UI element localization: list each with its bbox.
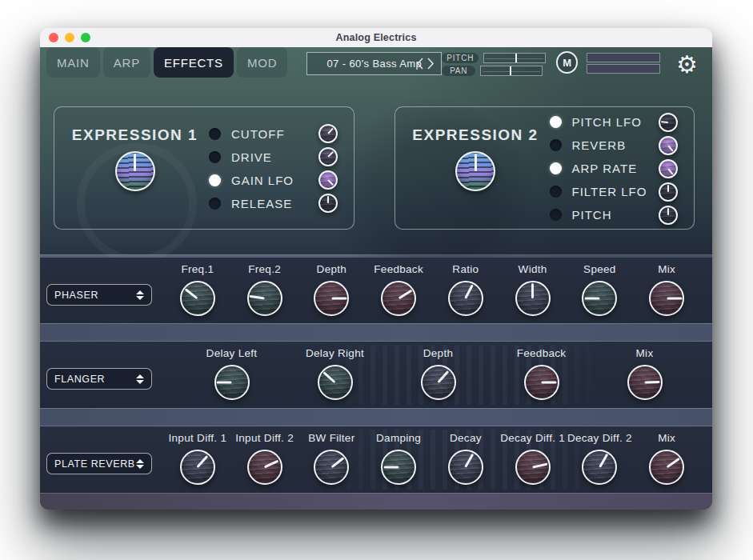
select-updown-icon xyxy=(136,459,144,469)
target-radio-reverb[interactable] xyxy=(550,139,562,151)
footer-strip xyxy=(40,493,712,510)
knob-damping[interactable] xyxy=(381,450,416,485)
effect-knob-cell: Depth xyxy=(298,258,366,323)
effect-knob-cell: Feedback xyxy=(490,342,593,408)
expression-target-row: PITCH xyxy=(550,206,680,224)
knob-bw-filter[interactable] xyxy=(314,450,349,485)
expression-target-row: ARP RATE xyxy=(550,159,680,178)
knob-speed[interactable] xyxy=(582,281,617,316)
expression-1-panel: EXPRESSION 1 CUTOFF DRIVE GAIN LFO RELEA… xyxy=(54,106,354,230)
effect-knob-cell: Feedback xyxy=(365,258,432,323)
expression-1-title: EXPRESSION 1 xyxy=(72,126,198,144)
effect-knob-cell: BW Filter xyxy=(298,426,366,493)
preset-next-icon[interactable] xyxy=(427,57,435,70)
mini-knob-filter-lfo[interactable] xyxy=(659,182,678,202)
effect-knob-cell: Depth xyxy=(387,342,490,408)
effect-knob-cell: Width xyxy=(499,258,567,323)
flanger-row: FLANGER Delay Left Delay Right Depth Fee… xyxy=(40,342,712,408)
meter-bottom xyxy=(587,64,660,74)
effect-knob-cell: Ratio xyxy=(432,258,499,323)
titlebar: Analog Electrics xyxy=(40,28,712,47)
knob-mix[interactable] xyxy=(649,450,684,485)
expression-2-knob[interactable] xyxy=(455,151,495,191)
effect-knob-cell: Input Diff. 2 xyxy=(231,426,298,493)
effect-knob-label: Input Diff. 1 xyxy=(169,432,227,446)
effect-knob-label: Mix xyxy=(636,347,654,361)
effect-knob-cell: Speed xyxy=(567,258,634,323)
pan-slider-thumb[interactable] xyxy=(510,66,511,75)
mini-knob-pitch[interactable] xyxy=(659,206,678,225)
meter-top xyxy=(587,53,660,62)
phaser-knobs: Freq.1 Freq.2 Depth Feedback Ratio Width… xyxy=(164,258,700,323)
knob-feedback[interactable] xyxy=(524,365,559,400)
knob-decay-diff-2[interactable] xyxy=(582,450,617,485)
phaser-effect-select-value: PHASER xyxy=(54,290,98,301)
phaser-effect-select[interactable]: PHASER xyxy=(46,284,152,306)
target-radio-arp-rate[interactable] xyxy=(550,162,562,174)
knob-depth[interactable] xyxy=(314,281,349,316)
mini-knob-arp-rate[interactable] xyxy=(659,159,678,178)
knob-freq-1[interactable] xyxy=(180,281,215,316)
knob-input-diff-1[interactable] xyxy=(180,450,215,485)
mini-knob-reverb[interactable] xyxy=(659,136,678,155)
knob-delay-right[interactable] xyxy=(318,365,353,400)
tab-arp[interactable]: ARP xyxy=(103,47,150,78)
effect-knob-label: Feedback xyxy=(517,347,567,361)
midi-button[interactable]: M xyxy=(556,51,578,74)
expression-target-row: REVERB xyxy=(550,136,680,154)
pitch-slider-thumb[interactable] xyxy=(515,54,517,62)
target-radio-filter-lfo[interactable] xyxy=(550,186,562,198)
target-radio-cutoff[interactable] xyxy=(209,128,221,140)
plugin-body: MAINARPEFFECTSMOD 07 - 60's Bass Amp PIT… xyxy=(40,47,712,510)
knob-freq-2[interactable] xyxy=(247,281,282,316)
settings-gear-icon[interactable]: ⚙ xyxy=(671,50,703,79)
knob-width[interactable] xyxy=(515,281,551,316)
effect-knob-label: Input Diff. 2 xyxy=(235,432,294,446)
mini-knob-pitch-lfo[interactable] xyxy=(659,113,678,132)
knob-input-diff-2[interactable] xyxy=(247,450,282,485)
reverb-effect-select[interactable]: PLATE REVERB xyxy=(46,453,152,474)
target-radio-gain-lfo[interactable] xyxy=(209,174,221,186)
mini-knob-drive[interactable] xyxy=(318,147,338,166)
effect-knob-cell: Delay Left xyxy=(180,342,283,408)
knob-mix[interactable] xyxy=(649,281,684,316)
effect-knob-label: Decay Diff. 2 xyxy=(567,432,632,446)
expression-2-targets: PITCH LFO REVERB ARP RATE FILTER LFO PIT… xyxy=(550,115,680,221)
knob-mix[interactable] xyxy=(627,365,663,400)
preset-name: 07 - 60's Bass Amp xyxy=(326,58,422,70)
pitch-slider[interactable] xyxy=(483,53,546,63)
target-radio-pitch[interactable] xyxy=(550,209,562,221)
tab-mod[interactable]: MOD xyxy=(237,47,287,78)
target-radio-pitch-lfo[interactable] xyxy=(550,116,562,128)
output-meters xyxy=(587,53,660,74)
knob-decay[interactable] xyxy=(448,450,483,485)
knob-delay-left[interactable] xyxy=(214,365,250,400)
expression-target-row: FILTER LFO xyxy=(550,182,680,201)
effect-knob-label: Delay Right xyxy=(306,347,364,361)
target-radio-release[interactable] xyxy=(209,198,221,210)
knob-depth[interactable] xyxy=(421,365,456,400)
pan-slider[interactable] xyxy=(480,66,543,76)
expression-1-knob[interactable] xyxy=(115,151,155,191)
preset-selector[interactable]: 07 - 60's Bass Amp xyxy=(306,52,442,75)
mini-knob-release[interactable] xyxy=(318,194,338,213)
flanger-effect-select[interactable]: FLANGER xyxy=(46,368,152,390)
mini-knob-cutoff[interactable] xyxy=(318,124,338,143)
tab-effects[interactable]: EFFECTS xyxy=(154,47,234,78)
target-label: DRIVE xyxy=(231,150,310,164)
knob-feedback[interactable] xyxy=(381,281,416,316)
mini-knob-gain-lfo[interactable] xyxy=(318,170,338,190)
effect-knob-cell: Decay Diff. 1 xyxy=(499,426,567,493)
preset-prev-icon[interactable] xyxy=(415,57,424,70)
knob-decay-diff-1[interactable] xyxy=(515,450,551,485)
effect-knob-label: BW Filter xyxy=(308,432,354,446)
effect-knob-cell: Input Diff. 1 xyxy=(164,426,231,493)
tab-main[interactable]: MAIN xyxy=(46,47,100,78)
pitch-label: PITCH xyxy=(442,53,479,63)
reverb-effect-select-value: PLATE REVERB xyxy=(54,458,135,470)
effect-knob-label: Mix xyxy=(658,263,675,277)
effect-knob-cell: Decay Diff. 2 xyxy=(567,426,634,493)
expression-1-targets: CUTOFF DRIVE GAIN LFO RELEASE xyxy=(209,115,339,221)
target-radio-drive[interactable] xyxy=(209,151,221,163)
knob-ratio[interactable] xyxy=(448,281,483,316)
